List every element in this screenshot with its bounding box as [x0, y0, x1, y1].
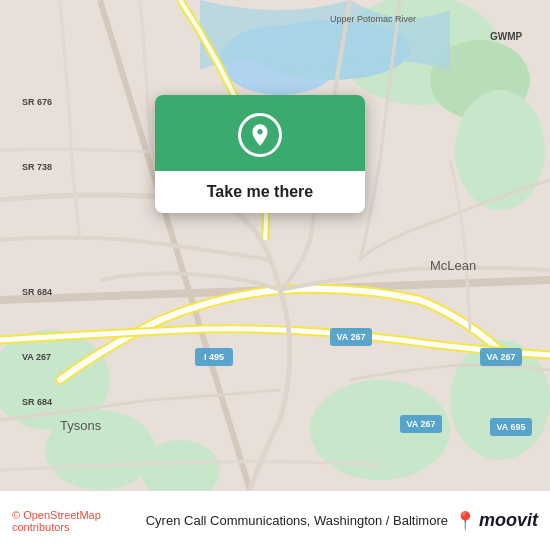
- moovit-logo: 📍 moovit: [454, 510, 538, 532]
- popup-tail: [250, 212, 270, 213]
- svg-text:Tysons: Tysons: [60, 418, 102, 433]
- business-name: Cyren Call Communications, Washington / …: [146, 513, 448, 528]
- svg-point-3: [455, 90, 545, 210]
- footer-right: Cyren Call Communications, Washington / …: [146, 510, 538, 532]
- svg-text:VA 267: VA 267: [406, 419, 435, 429]
- take-me-there-button[interactable]: Take me there: [197, 181, 323, 203]
- popup-body: Take me there: [155, 171, 365, 213]
- svg-text:I 495: I 495: [204, 352, 224, 362]
- svg-text:SR 684: SR 684: [22, 397, 52, 407]
- osm-attribution-text: © OpenStreetMap contributors: [12, 509, 101, 533]
- svg-text:VA 267: VA 267: [22, 352, 51, 362]
- svg-text:SR 738: SR 738: [22, 162, 52, 172]
- location-pin-icon: [247, 122, 273, 148]
- moovit-pin-icon: 📍: [454, 510, 476, 532]
- svg-text:McLean: McLean: [430, 258, 476, 273]
- svg-text:VA 267: VA 267: [486, 352, 515, 362]
- svg-text:VA 695: VA 695: [496, 422, 525, 432]
- svg-text:SR 676: SR 676: [22, 97, 52, 107]
- svg-text:Upper Potomac River: Upper Potomac River: [330, 14, 416, 24]
- map-view: Upper Potomac River SR 676 SR 738 SR 684…: [0, 0, 550, 490]
- moovit-text: moovit: [479, 510, 538, 531]
- bottom-bar: © OpenStreetMap contributors Cyren Call …: [0, 490, 550, 550]
- location-popup: Take me there: [155, 95, 365, 213]
- osm-attribution: © OpenStreetMap contributors: [12, 509, 136, 533]
- svg-text:GWMP: GWMP: [490, 31, 523, 42]
- svg-text:VA 267: VA 267: [336, 332, 365, 342]
- svg-text:SR 684: SR 684: [22, 287, 52, 297]
- location-icon-wrapper: [238, 113, 282, 157]
- popup-header: [155, 95, 365, 171]
